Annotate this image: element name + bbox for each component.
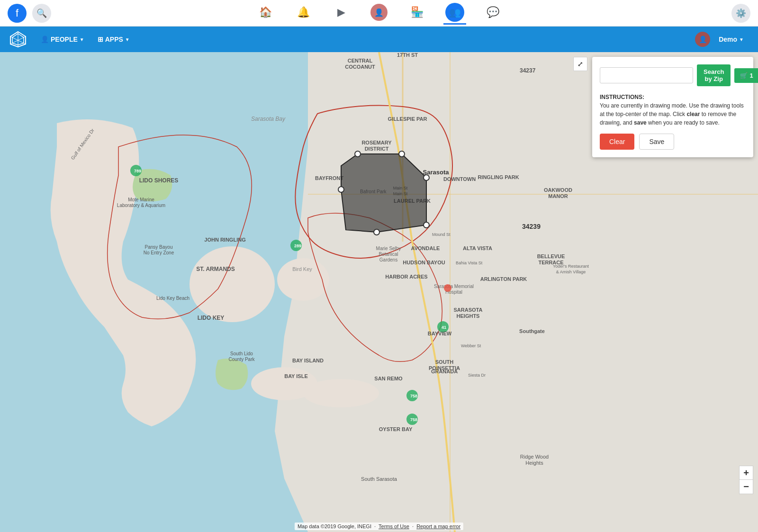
demo-label: Demo xyxy=(719,36,737,43)
svg-text:AVONDALE: AVONDALE xyxy=(411,245,440,251)
facebook-logo-btn[interactable]: f xyxy=(8,4,27,23)
save-btn[interactable]: Save xyxy=(639,134,674,150)
user-avatar: 👤 xyxy=(370,4,388,21)
svg-text:OAKWOOD: OAKWOOD xyxy=(544,187,572,193)
svg-text:BELLEVUE: BELLEVUE xyxy=(537,253,565,259)
zoom-out-btn[interactable]: − xyxy=(739,480,753,494)
top-bar-left: f 🔍 xyxy=(8,4,51,23)
svg-text:SOUTH: SOUTH xyxy=(435,359,454,365)
overlay-panel: 34236 Search by Zip 🛒 1 i INSTRUCTIONS: … xyxy=(592,57,753,157)
svg-text:OYSTER BAY: OYSTER BAY xyxy=(379,426,413,432)
svg-text:MANOR: MANOR xyxy=(548,193,568,199)
terms-link[interactable]: Terms of Use xyxy=(379,523,409,529)
draw-handle-ml[interactable] xyxy=(338,187,344,192)
people-nav-icon-sm: 👤 xyxy=(41,36,49,43)
people-caret-icon: ▼ xyxy=(80,37,84,42)
zoom-in-btn[interactable]: + xyxy=(739,466,753,480)
svg-text:POINSETTIA: POINSETTIA xyxy=(429,365,460,371)
svg-text:ARLINGTON PARK: ARLINGTON PARK xyxy=(480,276,527,282)
svg-text:Pansy Bayou: Pansy Bayou xyxy=(145,244,173,250)
svg-text:HUDSON BAYOU: HUDSON BAYOU xyxy=(403,260,445,265)
second-bar-right: 👤 Demo ▼ xyxy=(695,32,749,47)
svg-text:Heights: Heights xyxy=(525,460,543,466)
svg-text:No Entry Zone: No Entry Zone xyxy=(144,250,174,255)
settings-btn[interactable]: ⚙️ xyxy=(731,4,750,23)
map-attribution: Map data ©2019 Google, INEGI · Terms of … xyxy=(295,523,463,530)
svg-text:Siesta Dr: Siesta Dr xyxy=(468,373,486,378)
svg-point-79 xyxy=(444,284,451,292)
demo-avatar: 👤 xyxy=(695,32,710,47)
svg-text:34239: 34239 xyxy=(522,223,541,230)
svg-text:CENTRAL: CENTRAL xyxy=(348,58,373,63)
svg-text:Webber St: Webber St xyxy=(461,343,481,348)
map-container[interactable]: 789 289 41 758 758 CENTRAL COCOANUT 17TH… xyxy=(0,52,758,532)
svg-text:ST. ARMANDS: ST. ARMANDS xyxy=(196,266,235,272)
zoom-controls: + − xyxy=(739,466,753,494)
svg-text:Marie Selby: Marie Selby xyxy=(376,246,401,251)
svg-text:BAY ISLAND: BAY ISLAND xyxy=(292,358,324,363)
svg-text:HEIGHTS: HEIGHTS xyxy=(457,313,480,319)
svg-text:Laboratory & Aquarium: Laboratory & Aquarium xyxy=(117,203,165,208)
apps-grid-icon: ⊞ xyxy=(98,36,103,43)
avatar-nav[interactable]: 👤 xyxy=(368,2,390,25)
draw-handle-mr[interactable] xyxy=(424,175,429,180)
people-nav-icon[interactable]: 👥 xyxy=(443,2,466,25)
svg-text:17TH ST: 17TH ST xyxy=(397,52,418,58)
video-nav-icon[interactable]: ▶ xyxy=(330,2,352,25)
bell-nav-icon[interactable]: 🔔 xyxy=(292,2,315,25)
store-nav-icon[interactable]: 🏪 xyxy=(406,2,428,25)
svg-text:LIDO SHORES: LIDO SHORES xyxy=(139,177,179,184)
messenger-nav-icon[interactable]: 💬 xyxy=(481,2,504,25)
logo-diamond-icon xyxy=(9,31,27,48)
svg-text:Sarasota Memorial: Sarasota Memorial xyxy=(434,284,474,289)
search-zip-btn[interactable]: Search by Zip xyxy=(697,64,731,86)
svg-text:& Amish Village: & Amish Village xyxy=(556,270,586,274)
cart-btn[interactable]: 🛒 1 xyxy=(734,68,758,83)
svg-text:Mound St: Mound St xyxy=(432,232,451,237)
svg-text:South Lido: South Lido xyxy=(230,351,253,356)
draw-handle-br[interactable] xyxy=(424,222,429,228)
fullscreen-btn[interactable]: ⤢ xyxy=(573,57,587,71)
instructions-body: You are currently in drawing mode. Use t… xyxy=(600,102,744,126)
zip-input[interactable]: 34236 xyxy=(600,67,693,83)
svg-text:County Park: County Park xyxy=(228,357,255,362)
svg-point-7 xyxy=(190,246,275,322)
top-bar: f 🔍 🏠 🔔 ▶ 👤 🏪 👥 💬 ⚙️ xyxy=(0,0,758,27)
instructions-title: INSTRUCTIONS: xyxy=(600,94,644,100)
svg-text:GILLESPIE PAR: GILLESPIE PAR xyxy=(388,116,427,122)
apps-caret-icon: ▼ xyxy=(125,37,130,42)
draw-handle-bl[interactable] xyxy=(374,229,379,235)
svg-text:Bird Key: Bird Key xyxy=(292,266,312,272)
drawn-polygon xyxy=(341,154,426,232)
zip-search-row: 34236 Search by Zip 🛒 1 i xyxy=(600,64,746,86)
apps-nav-btn[interactable]: ⊞ APPS ▼ xyxy=(93,33,135,46)
cart-count: 1 xyxy=(749,72,753,79)
svg-text:SARASOTA: SARASOTA xyxy=(454,307,483,313)
svg-text:COCOANUT: COCOANUT xyxy=(345,64,375,70)
svg-text:Sarasota Bay: Sarasota Bay xyxy=(251,116,286,122)
draw-handle-tr[interactable] xyxy=(399,151,405,157)
search-btn[interactable]: 🔍 xyxy=(32,4,51,23)
top-bar-right: ⚙️ xyxy=(731,4,750,23)
svg-point-10 xyxy=(303,379,379,407)
svg-text:LIDO KEY: LIDO KEY xyxy=(198,315,225,321)
svg-text:289: 289 xyxy=(294,243,301,248)
clear-btn[interactable]: Clear xyxy=(600,134,634,150)
report-link[interactable]: Report a map error xyxy=(416,523,460,529)
svg-text:Lido Key Beach: Lido Key Beach xyxy=(156,296,190,301)
search-icon: 🔍 xyxy=(36,8,47,18)
svg-text:RINGLING PARK: RINGLING PARK xyxy=(478,174,519,180)
svg-text:41: 41 xyxy=(442,325,446,330)
demo-nav-btn[interactable]: Demo ▼ xyxy=(714,33,749,46)
instructions-block: INSTRUCTIONS: You are currently in drawi… xyxy=(600,93,746,127)
home-nav-icon[interactable]: 🏠 xyxy=(254,2,277,25)
svg-text:758: 758 xyxy=(410,394,417,398)
draw-handle-tl[interactable] xyxy=(355,151,361,157)
demo-caret-icon: ▼ xyxy=(739,37,744,42)
svg-text:Ridge Wood: Ridge Wood xyxy=(520,454,549,460)
facebook-logo-icon: f xyxy=(16,7,18,19)
app-logo xyxy=(9,31,27,48)
svg-text:JOHN RINGLING: JOHN RINGLING xyxy=(204,237,245,243)
people-nav-btn[interactable]: 👤 PEOPLE ▼ xyxy=(36,33,89,46)
svg-text:ROSEMARY: ROSEMARY xyxy=(361,140,392,145)
